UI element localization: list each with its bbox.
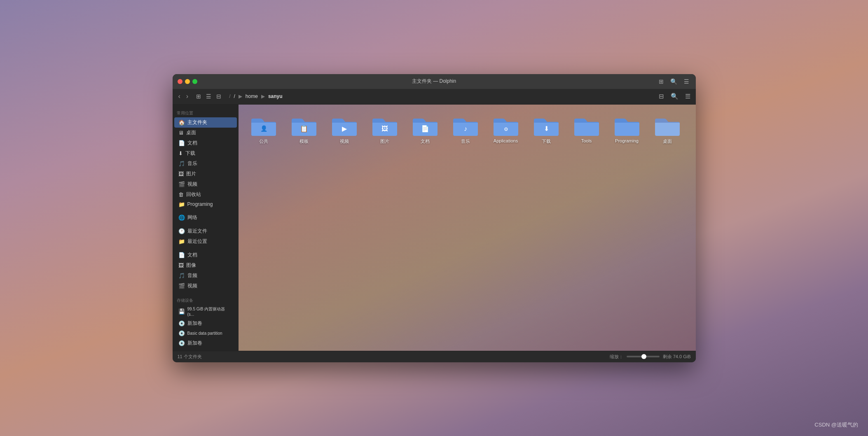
sidebar-label-documents: 文档 — [187, 140, 197, 147]
path-user[interactable]: sanyu — [267, 93, 284, 100]
sidebar-label-volume1: 新加卷 — [187, 320, 202, 327]
sidebar-item-downloads[interactable]: ⬇ 下载 — [174, 148, 237, 159]
back-button[interactable]: ‹ — [176, 91, 183, 101]
file-area: 👤 公共 📋 模板 — [239, 105, 696, 351]
sidebar-label-internal-drive: 99.5 GiB 内置驱动器 (s... — [187, 306, 233, 317]
sidebar-item-home[interactable]: 🏠 主文件夹 — [174, 117, 237, 128]
file-item-music[interactable]: ♪ 音乐 — [447, 113, 484, 147]
toolbar: ‹ › ⊞ ☰ ⊟ / / ▶ home ▶ sanyu ⊟ 🔍 ☰ — [173, 89, 696, 105]
sidebar-item-music[interactable]: 🎵 音乐 — [174, 159, 237, 169]
close-button[interactable] — [178, 79, 182, 84]
split-view-icon[interactable]: ⊟ — [657, 91, 666, 101]
detail-view-btn[interactable]: ⊟ — [214, 92, 223, 101]
main-content: 常用位置 🏠 主文件夹 🖥 桌面 📄 文档 ⬇ 下载 🎵 音乐 — [173, 105, 696, 351]
svg-text:📋: 📋 — [300, 125, 308, 133]
window-controls — [173, 79, 197, 84]
file-label-videos: 视频 — [340, 138, 349, 145]
sidebar-item-trash[interactable]: 🗑 回收站 — [174, 189, 237, 200]
file-item-pictures[interactable]: 🖼 图片 — [366, 113, 403, 147]
drive-icon: 💾 — [178, 308, 185, 315]
file-item-templates[interactable]: 📋 模板 — [285, 113, 323, 147]
folder-icon-music: ♪ — [452, 115, 479, 137]
sidebar-item-internal-drive[interactable]: 💾 99.5 GiB 内置驱动器 (s... — [174, 305, 237, 318]
file-item-documents[interactable]: 📄 文档 — [407, 113, 444, 147]
file-item-downloads[interactable]: ⬇ 下载 — [528, 113, 565, 147]
audio-search-icon: 🎵 — [178, 273, 185, 279]
folder-icon-videos: ▶ — [331, 115, 358, 137]
statusbar: 11 个文件夹 缩放： 剩余 74.0 GiB — [173, 351, 696, 362]
sidebar-label-home: 主文件夹 — [187, 119, 207, 126]
sidebar-label-programing: Programing — [187, 201, 213, 207]
path-home[interactable]: home — [244, 93, 260, 100]
sidebar-item-basic-partition[interactable]: 💿 Basic data partition — [174, 329, 237, 338]
clock-icon: 🕐 — [178, 228, 185, 234]
icon-view-btn[interactable]: ⊞ — [194, 92, 203, 101]
folder-icon-tools — [573, 115, 600, 137]
search-btn[interactable]: 🔍 — [669, 77, 679, 86]
home-icon: 🏠 — [178, 119, 185, 126]
sidebar-item-search-docs[interactable]: 📄 文档 — [174, 250, 237, 260]
file-item-applications[interactable]: ⚙ Applications — [487, 113, 524, 147]
sidebar-label-search-audio: 音频 — [187, 272, 197, 279]
sidebar-item-volume1[interactable]: 💿 新加卷 — [174, 318, 237, 329]
sidebar-item-network[interactable]: 🌐 网络 — [174, 212, 237, 223]
folder-icon-desktop — [654, 115, 681, 137]
folder-icon-documents: 📄 — [412, 115, 438, 137]
nav-buttons: ‹ › — [176, 91, 191, 101]
download-icon: ⬇ — [178, 150, 183, 156]
maximize-button[interactable] — [192, 79, 197, 84]
folder-icon-templates: 📋 — [291, 115, 317, 137]
sidebar-item-documents[interactable]: 📄 文档 — [174, 138, 237, 148]
zoom-label: 缩放： — [610, 354, 623, 360]
zoom-slider[interactable] — [627, 356, 660, 357]
files-grid: 👤 公共 📋 模板 — [245, 113, 689, 147]
sidebar-item-search-audio[interactable]: 🎵 音频 — [174, 270, 237, 281]
svg-text:▶: ▶ — [342, 125, 347, 132]
sidebar-item-recent-places[interactable]: 📁 最近位置 — [174, 236, 237, 247]
file-item-tools[interactable]: Tools — [568, 113, 605, 147]
sidebar-label-search-video: 视频 — [187, 282, 197, 289]
sidebar-label-trash: 回收站 — [186, 191, 201, 198]
toolbar-right: ⊟ 🔍 ☰ — [657, 91, 693, 101]
sidebar-item-search-images[interactable]: 🖼 图像 — [174, 260, 237, 270]
titlebar-actions: ⊞ 🔍 ☰ — [657, 77, 696, 86]
dolphin-window: 主文件夹 — Dolphin ⊞ 🔍 ☰ ‹ › ⊞ ☰ ⊟ / / ▶ hom… — [173, 74, 696, 362]
sidebar-item-programing[interactable]: 📁 Programing — [174, 200, 237, 209]
svg-text:👤: 👤 — [260, 125, 267, 132]
sidebar-item-recent-files[interactable]: 🕐 最近文件 — [174, 226, 237, 236]
sidebar-label-search-images: 图像 — [186, 262, 196, 269]
sidebar-item-desktop[interactable]: 🖥 桌面 — [174, 128, 237, 138]
file-label-tools: Tools — [581, 138, 592, 143]
minimize-button[interactable] — [185, 79, 190, 84]
sidebar-label-basic-partition: Basic data partition — [187, 331, 222, 336]
file-item-programing[interactable]: Programing — [608, 113, 646, 147]
sidebar-item-pictures[interactable]: 🖼 图片 — [174, 169, 237, 179]
menu-btn[interactable]: ☰ — [682, 77, 691, 86]
file-item-desktop[interactable]: 桌面 — [649, 113, 686, 147]
forward-button[interactable]: › — [184, 91, 191, 101]
file-label-music: 音乐 — [461, 138, 470, 145]
file-item-public[interactable]: 👤 公共 — [245, 113, 282, 147]
list-view-btn[interactable]: ☰ — [204, 92, 213, 101]
sidebar-item-volume2[interactable]: 💿 新加卷 — [174, 338, 237, 348]
sidebar-label-search-docs: 文档 — [187, 252, 197, 259]
file-label-desktop: 桌面 — [663, 138, 672, 145]
folder-icon-applications: ⚙ — [493, 115, 519, 137]
svg-text:♪: ♪ — [464, 125, 467, 132]
music-icon: 🎵 — [178, 161, 185, 167]
sidebar-item-search-video[interactable]: 🎬 视频 — [174, 281, 237, 291]
hamburger-icon[interactable]: ☰ — [683, 91, 693, 101]
search-icon[interactable]: 🔍 — [669, 91, 681, 101]
file-label-documents: 文档 — [421, 138, 430, 145]
image-search-icon: 🖼 — [178, 262, 184, 268]
file-item-videos[interactable]: ▶ 视频 — [326, 113, 363, 147]
file-label-downloads: 下载 — [542, 138, 551, 145]
sidebar-item-videos[interactable]: 🎬 视频 — [174, 179, 237, 189]
path-root[interactable]: / — [232, 93, 237, 100]
videos-icon: 🎬 — [178, 181, 185, 187]
titlebar: 主文件夹 — Dolphin ⊞ 🔍 ☰ — [173, 74, 696, 89]
split-view-btn[interactable]: ⊞ — [657, 77, 665, 86]
document-icon: 📄 — [178, 140, 185, 146]
sidebar-label-recent-places: 最近位置 — [187, 238, 207, 245]
sidebar: 常用位置 🏠 主文件夹 🖥 桌面 📄 文档 ⬇ 下载 🎵 音乐 — [173, 105, 239, 351]
